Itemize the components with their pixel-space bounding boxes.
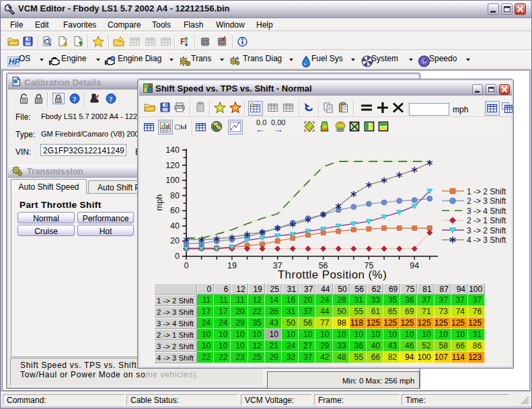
svg-text:80: 80 (170, 191, 180, 200)
svg-text:140: 140 (165, 145, 180, 155)
svg-text:?: ? (109, 95, 113, 103)
svg-text:HP: HP (9, 57, 20, 67)
svg-text:0: 0 (184, 261, 189, 270)
svg-text:?: ? (73, 95, 77, 103)
svg-text:2 -> 1 Shift: 2 -> 1 Shift (467, 216, 506, 225)
svg-text:40: 40 (170, 221, 180, 231)
svg-text:19: 19 (227, 261, 237, 270)
svg-text:4 -> 3 Shift: 4 -> 3 Shift (467, 235, 506, 245)
svg-text:120: 120 (165, 161, 180, 170)
svg-text:1 -> 2 Shift: 1 -> 2 Shift (467, 187, 506, 196)
svg-text:Throttle Position (%): Throttle Position (%) (278, 268, 387, 281)
svg-text:94: 94 (410, 261, 419, 270)
svg-text:2 -> 3 Shift: 2 -> 3 Shift (467, 196, 506, 206)
svg-text:20: 20 (170, 236, 180, 246)
svg-text:100: 100 (165, 176, 180, 185)
svg-text:60: 60 (170, 206, 180, 215)
svg-text:3 -> 2 Shift: 3 -> 2 Shift (467, 226, 506, 235)
svg-text:mph: mph (155, 194, 164, 211)
svg-text:0: 0 (175, 252, 180, 261)
svg-text:3 -> 4 Shift: 3 -> 4 Shift (467, 207, 506, 216)
